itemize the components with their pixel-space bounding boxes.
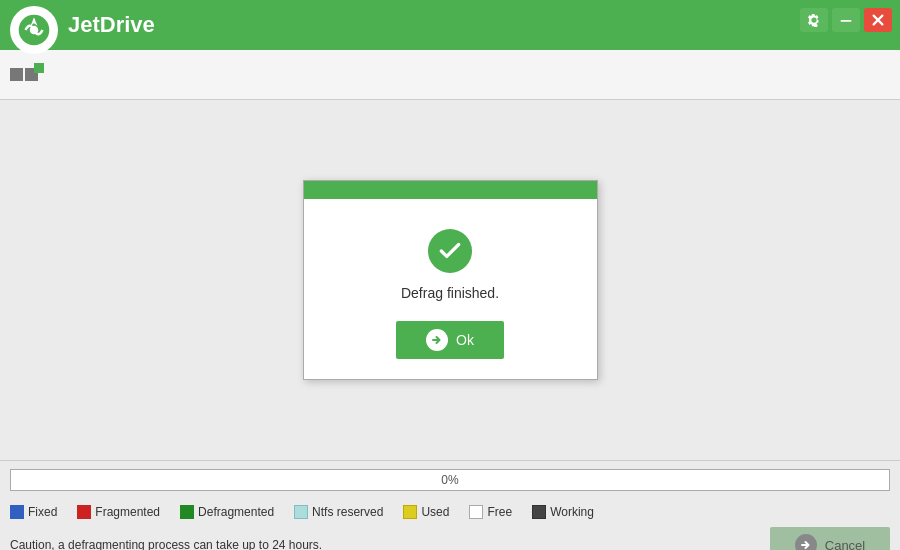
bottom-bar: Caution, a defragmenting process can tak… xyxy=(0,523,900,550)
legend-ntfs-swatch xyxy=(294,505,308,519)
legend-defragmented-label: Defragmented xyxy=(198,505,274,519)
dialog-header xyxy=(304,181,597,199)
settings-button[interactable] xyxy=(800,8,828,32)
close-button[interactable] xyxy=(864,8,892,32)
legend-used: Used xyxy=(403,505,449,519)
legend-fragmented: Fragmented xyxy=(77,505,160,519)
success-icon xyxy=(428,229,472,273)
defrag-dialog: Defrag finished. Ok xyxy=(303,180,598,380)
legend-working: Working xyxy=(532,505,594,519)
app-logo xyxy=(10,6,58,54)
window-controls xyxy=(800,8,892,32)
progress-bar: 0% xyxy=(10,469,890,491)
legend-free-swatch xyxy=(469,505,483,519)
ok-arrow-icon xyxy=(426,329,448,351)
toolbar xyxy=(0,50,900,100)
legend-working-label: Working xyxy=(550,505,594,519)
svg-point-1 xyxy=(30,26,39,35)
legend-area: Fixed Fragmented Defragmented Ntfs reser… xyxy=(0,499,900,523)
dialog-overlay: Defrag finished. Ok xyxy=(0,100,900,460)
minimize-button[interactable] xyxy=(832,8,860,32)
progress-label: 0% xyxy=(441,473,458,487)
ok-label: Ok xyxy=(456,332,474,348)
dialog-message: Defrag finished. xyxy=(401,285,499,301)
dialog-body: Defrag finished. Ok xyxy=(304,199,597,379)
app-title: JetDrive xyxy=(68,12,890,38)
toolbar-icon xyxy=(10,68,50,81)
cancel-arrow-icon xyxy=(795,534,817,550)
legend-fragmented-label: Fragmented xyxy=(95,505,160,519)
legend-defragmented: Defragmented xyxy=(180,505,274,519)
title-bar: JetDrive xyxy=(0,0,900,50)
cancel-button[interactable]: Cancel xyxy=(770,527,890,550)
legend-working-swatch xyxy=(532,505,546,519)
caution-text: Caution, a defragmenting process can tak… xyxy=(10,538,322,550)
legend-ntfs: Ntfs reserved xyxy=(294,505,383,519)
legend-fragmented-swatch xyxy=(77,505,91,519)
svg-rect-2 xyxy=(841,20,852,22)
legend-fixed-label: Fixed xyxy=(28,505,57,519)
legend-fixed-swatch xyxy=(10,505,24,519)
legend-free: Free xyxy=(469,505,512,519)
ok-button[interactable]: Ok xyxy=(396,321,504,359)
main-content: Defrag finished. Ok xyxy=(0,100,900,460)
legend-ntfs-label: Ntfs reserved xyxy=(312,505,383,519)
legend-used-label: Used xyxy=(421,505,449,519)
legend-used-swatch xyxy=(403,505,417,519)
cancel-label: Cancel xyxy=(825,538,865,551)
legend-defragmented-swatch xyxy=(180,505,194,519)
progress-area: 0% xyxy=(0,460,900,499)
legend-fixed: Fixed xyxy=(10,505,57,519)
legend-free-label: Free xyxy=(487,505,512,519)
